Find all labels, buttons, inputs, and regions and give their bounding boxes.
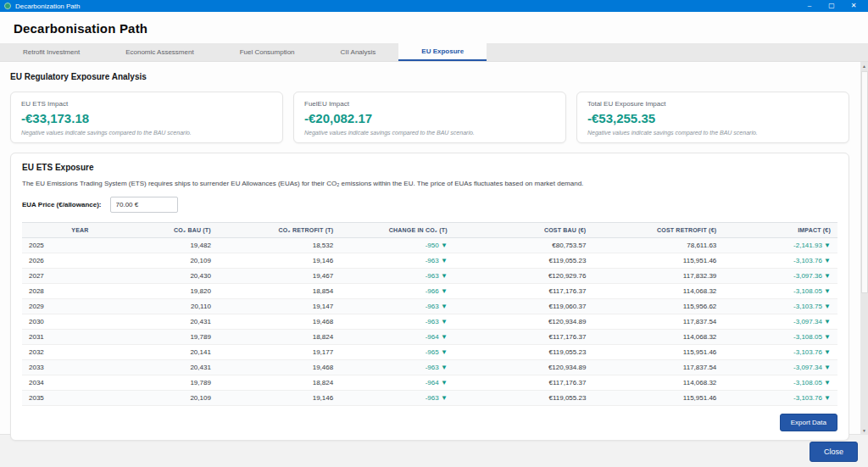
column-header: IMPACT (€) xyxy=(723,223,837,238)
tab-label: CII Analysis xyxy=(341,48,376,56)
tab-label: Fuel Consumption xyxy=(240,48,295,56)
table-row: 2035 20,109 19,146 -963 ▼ €119,055.23 11… xyxy=(22,391,837,406)
export-row: Export Data xyxy=(22,414,837,431)
table-row: 2031 19,789 18,824 -964 ▼ €117,176.37 11… xyxy=(22,330,837,345)
app-window: Decarbonization Path – ▢ ✕ Decarbonisati… xyxy=(0,0,868,467)
table-header-row: YEARCO₂ BAU (T)CO₂ RETROFIT (T)CHANGE IN… xyxy=(22,223,837,238)
scroll-down-icon[interactable]: ▼ xyxy=(860,426,868,435)
close-button[interactable]: Close xyxy=(810,442,858,462)
tab[interactable]: Fuel Consumption xyxy=(217,43,318,61)
tab[interactable]: EU Exposure xyxy=(398,43,487,61)
cell-co2-retrofit: 18,824 xyxy=(218,375,340,391)
table-row: 2033 20,431 19,468 -963 ▼ €120,934.89 11… xyxy=(22,360,837,375)
table-row: 2029 20,110 19,147 -963 ▼ €119,060.37 11… xyxy=(22,299,837,314)
summary-card: EU ETS Impact -€33,173.18 Negative value… xyxy=(10,92,283,143)
card-label: FuelEU Impact xyxy=(304,100,555,108)
cell-change-co2: -966 ▼ xyxy=(340,284,454,299)
cell-cost-bau: €120,934.89 xyxy=(454,360,593,375)
cell-cost-retrofit: 78,611.63 xyxy=(593,238,723,253)
cell-co2-retrofit: 19,146 xyxy=(218,391,340,406)
tab[interactable]: Retrofit Investment xyxy=(0,43,103,61)
card-note: Negative values indicate savings compare… xyxy=(21,130,272,136)
cell-cost-bau: €119,055.23 xyxy=(454,391,593,406)
cell-cost-bau: €117,176.37 xyxy=(454,330,593,345)
scroll-up-icon[interactable]: ▲ xyxy=(860,62,868,70)
close-icon[interactable]: ✕ xyxy=(843,0,865,12)
cell-cost-retrofit: 117,832.39 xyxy=(593,269,723,284)
cell-cost-retrofit: 117,837.54 xyxy=(593,314,723,330)
cell-impact: -2,141.93 ▼ xyxy=(723,238,837,253)
tab[interactable]: CII Analysis xyxy=(318,43,399,61)
cell-impact: -3,108.05 ▼ xyxy=(723,375,837,391)
cell-impact: -3,103.76 ▼ xyxy=(723,391,837,406)
cell-cost-bau: €117,176.37 xyxy=(454,284,593,299)
heading-row: Decarbonisation Path xyxy=(0,12,868,43)
cell-cost-bau: €80,753.57 xyxy=(454,238,593,253)
tab[interactable]: Economic Assessment xyxy=(103,43,216,61)
cell-change-co2: -950 ▼ xyxy=(340,238,454,253)
eua-price-input[interactable] xyxy=(110,197,178,213)
table-row: 2026 20,109 19,146 -963 ▼ €119,055.23 11… xyxy=(22,253,837,269)
cell-co2-bau: 20,430 xyxy=(96,269,218,284)
cell-change-co2: -963 ▼ xyxy=(340,299,454,314)
cell-cost-bau: €120,929.76 xyxy=(454,269,593,284)
card-value: -€53,255.35 xyxy=(587,111,838,125)
cell-cost-bau: €119,060.37 xyxy=(454,299,593,314)
scrollbar-thumb[interactable] xyxy=(861,71,868,293)
table-row: 2032 20,141 19,177 -965 ▼ €119,055.23 11… xyxy=(22,345,837,360)
column-header: YEAR xyxy=(22,223,96,238)
cell-co2-bau: 20,431 xyxy=(96,360,218,375)
vertical-scrollbar[interactable]: ▲ ▼ xyxy=(860,62,868,435)
cell-change-co2: -963 ▼ xyxy=(340,391,454,406)
app-icon xyxy=(4,3,11,9)
cell-cost-bau: €119,055.23 xyxy=(454,345,593,360)
cell-cost-retrofit: 114,068.32 xyxy=(593,375,723,391)
cell-impact: -3,108.05 ▼ xyxy=(723,330,837,345)
cell-co2-retrofit: 18,824 xyxy=(218,330,340,345)
ets-title: EU ETS Exposure xyxy=(22,163,837,172)
minimize-icon[interactable]: – xyxy=(798,0,821,12)
eua-price-label: EUA Price (€/allowance): xyxy=(22,201,102,208)
cell-year: 2025 xyxy=(22,238,96,253)
cell-year: 2029 xyxy=(22,299,96,314)
cell-co2-retrofit: 19,177 xyxy=(218,345,340,360)
cell-change-co2: -963 ▼ xyxy=(340,314,454,330)
cell-impact: -3,097.34 ▼ xyxy=(723,360,837,375)
titlebar: Decarbonization Path – ▢ ✕ xyxy=(0,0,868,12)
tab-label: EU Exposure xyxy=(421,47,464,55)
cell-cost-bau: €119,055.23 xyxy=(454,253,593,269)
cell-change-co2: -963 ▼ xyxy=(340,360,454,375)
cell-change-co2: -963 ▼ xyxy=(340,269,454,284)
cell-impact: -3,108.05 ▼ xyxy=(723,284,837,299)
cell-year: 2028 xyxy=(22,284,96,299)
cell-co2-retrofit: 19,147 xyxy=(218,299,340,314)
cell-cost-bau: €120,934.89 xyxy=(454,314,593,330)
cell-co2-retrofit: 19,146 xyxy=(218,253,340,269)
card-note: Negative values indicate savings compare… xyxy=(304,130,555,136)
cell-year: 2030 xyxy=(22,314,96,330)
maximize-icon[interactable]: ▢ xyxy=(821,0,843,12)
table-row: 2025 19,482 18,532 -950 ▼ €80,753.57 78,… xyxy=(22,238,837,253)
cell-impact: -3,103.75 ▼ xyxy=(723,299,837,314)
cell-year: 2034 xyxy=(22,375,96,391)
cell-cost-retrofit: 115,956.62 xyxy=(593,299,723,314)
cell-year: 2033 xyxy=(22,360,96,375)
cell-change-co2: -965 ▼ xyxy=(340,345,454,360)
cell-impact: -3,097.36 ▼ xyxy=(723,269,837,284)
section-title: EU Regulatory Exposure Analysis xyxy=(10,72,849,81)
cell-year: 2035 xyxy=(22,391,96,406)
table-row: 2027 20,430 19,467 -963 ▼ €120,929.76 11… xyxy=(22,269,837,284)
card-value: -€33,173.18 xyxy=(21,111,272,125)
card-label: EU ETS Impact xyxy=(21,100,272,108)
cell-year: 2027 xyxy=(22,269,96,284)
summary-cards: EU ETS Impact -€33,173.18 Negative value… xyxy=(10,92,849,143)
export-data-button[interactable]: Export Data xyxy=(780,414,837,431)
tab-bar: Retrofit Investment Economic Assessment … xyxy=(0,43,868,62)
cell-co2-retrofit: 19,467 xyxy=(218,269,340,284)
window-controls: – ▢ ✕ xyxy=(798,0,865,12)
table-row: 2028 19,820 18,854 -966 ▼ €117,176.37 11… xyxy=(22,284,837,299)
cell-co2-retrofit: 18,532 xyxy=(218,238,340,253)
cell-cost-retrofit: 117,837.54 xyxy=(593,360,723,375)
table-row: 2034 19,789 18,824 -964 ▼ €117,176.37 11… xyxy=(22,375,837,391)
card-value: -€20,082.17 xyxy=(304,111,555,125)
